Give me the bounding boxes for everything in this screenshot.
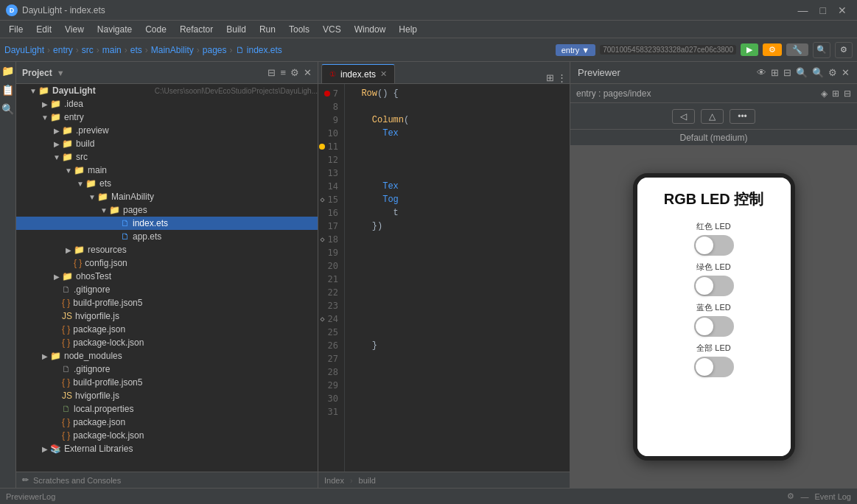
menu-edit[interactable]: Edit bbox=[30, 23, 57, 36]
activity-find[interactable]: 🔍 bbox=[1, 103, 15, 116]
breadcrumb-entry[interactable]: entry bbox=[53, 45, 73, 55]
menu-vcs[interactable]: VCS bbox=[317, 23, 347, 36]
tree-item-ets[interactable]: ▼ 📁 ets bbox=[16, 177, 318, 190]
previewer-log-label[interactable]: PreviewerLog bbox=[6, 492, 55, 501]
settings-gear-icon[interactable]: ⚙ bbox=[787, 491, 794, 501]
tree-item-hvigorfile2[interactable]: ▶ JS hvigorfile.js bbox=[16, 389, 318, 402]
search-toolbar-button[interactable]: 🔍 bbox=[813, 42, 830, 58]
prev-path-icon3[interactable]: ⊟ bbox=[844, 88, 851, 99]
device-back-btn[interactable]: ◁ bbox=[672, 109, 695, 124]
menu-tools[interactable]: Tools bbox=[283, 23, 315, 36]
tree-item-external-libs[interactable]: ▶ 📚 External Libraries bbox=[16, 442, 318, 455]
tree-item-main[interactable]: ▼ 📁 main bbox=[16, 164, 318, 177]
menu-file[interactable]: File bbox=[3, 23, 29, 36]
previewer-zoom-in-icon[interactable]: 🔍 bbox=[812, 67, 824, 78]
toggle-knob-green bbox=[696, 277, 713, 295]
tree-item-package-lock[interactable]: ▶ { } package-lock.json bbox=[16, 336, 318, 349]
tree-item-build-profile[interactable]: ▶ { } build-profile.json5 bbox=[16, 296, 318, 309]
breadcrumb-mainability[interactable]: MainAbility bbox=[151, 45, 194, 55]
led-toggle-blue[interactable] bbox=[694, 316, 734, 337]
tree-item-gitignore2[interactable]: ▶ 🗋 .gitignore bbox=[16, 363, 318, 376]
breadcrumb-src[interactable]: src bbox=[82, 45, 94, 55]
minimize-button[interactable]: — bbox=[794, 4, 813, 16]
sort-icon[interactable]: ≡ bbox=[280, 67, 286, 78]
minus-icon[interactable]: — bbox=[800, 492, 808, 501]
tree-item-src[interactable]: ▼ 📁 src bbox=[16, 150, 318, 164]
split-editor-icon[interactable]: ⊞ bbox=[546, 72, 554, 83]
activity-structure[interactable]: 📋 bbox=[1, 84, 15, 97]
previewer-layers-icon[interactable]: ⊞ bbox=[771, 67, 779, 78]
tree-item-hvigorfile[interactable]: ▶ JS hvigorfile.js bbox=[16, 309, 318, 323]
menu-code[interactable]: Code bbox=[139, 23, 172, 36]
editor-footer-build[interactable]: build bbox=[359, 476, 376, 485]
tree-item-pages[interactable]: ▼ 📁 pages bbox=[16, 203, 318, 217]
tree-item-preview[interactable]: ▶ 📁 .preview bbox=[16, 124, 318, 137]
breadcrumb-ets[interactable]: ets bbox=[130, 45, 142, 55]
prev-path-icon1[interactable]: ◈ bbox=[821, 88, 828, 99]
project-dropdown[interactable]: ▼ bbox=[57, 69, 65, 77]
previewer-grid-icon[interactable]: ⊟ bbox=[783, 67, 791, 78]
build-button[interactable]: 🔧 bbox=[786, 43, 808, 56]
collapse-all-icon[interactable]: ⊟ bbox=[267, 67, 276, 78]
led-toggle-green[interactable] bbox=[694, 276, 734, 296]
more-options-icon[interactable]: ⋮ bbox=[557, 72, 567, 83]
menu-build[interactable]: Build bbox=[220, 23, 252, 36]
led-toggle-red[interactable] bbox=[694, 235, 734, 256]
maximize-button[interactable]: □ bbox=[816, 4, 830, 16]
tree-item-index-ets[interactable]: ▶ 🗋 index.ets bbox=[16, 217, 318, 230]
debug-button[interactable]: ⚙ bbox=[763, 43, 782, 56]
previewer-settings-icon[interactable]: ⚙ bbox=[828, 67, 837, 78]
activity-project[interactable]: 📁 bbox=[1, 65, 15, 78]
settings-icon[interactable]: ⚙ bbox=[290, 67, 299, 78]
window-controls[interactable]: — □ ✕ bbox=[794, 4, 851, 16]
settings-toolbar-button[interactable]: ⚙ bbox=[835, 42, 853, 58]
editor-footer-index[interactable]: Index bbox=[324, 476, 344, 485]
led-toggle-all[interactable] bbox=[694, 357, 734, 377]
status-bar: PreviewerLog ⚙ — Event Log bbox=[0, 488, 857, 504]
tree-item-build-profile2[interactable]: ▶ { } build-profile.json5 bbox=[16, 376, 318, 389]
run-button[interactable]: ▶ bbox=[741, 43, 758, 56]
breadcrumb-pages[interactable]: pages bbox=[203, 45, 227, 55]
menu-run[interactable]: Run bbox=[253, 23, 281, 36]
tab-close-index[interactable]: ✕ bbox=[380, 69, 387, 79]
entry-dropdown[interactable]: entry ▼ bbox=[556, 44, 595, 56]
menu-window[interactable]: Window bbox=[349, 23, 392, 36]
led-row-blue: 蓝色 LED bbox=[646, 302, 782, 337]
tree-item-resources[interactable]: ▶ 📁 resources bbox=[16, 243, 318, 256]
menu-help[interactable]: Help bbox=[393, 23, 423, 36]
file-tree: ▼ 📁 DayuLight C:\Users\soonl\DevEcoStudi… bbox=[16, 84, 318, 472]
breadcrumb-index[interactable]: 🗋 index.ets bbox=[236, 45, 282, 55]
tree-item-mainability[interactable]: ▼ 📁 MainAbility bbox=[16, 190, 318, 203]
breadcrumb-main[interactable]: main bbox=[102, 45, 122, 55]
previewer-eye-icon[interactable]: 👁 bbox=[757, 67, 766, 78]
menu-view[interactable]: View bbox=[59, 23, 90, 36]
previewer-zoom-out-icon[interactable]: 🔍 bbox=[796, 67, 808, 78]
tree-item-root[interactable]: ▼ 📁 DayuLight C:\Users\soonl\DevEcoStudi… bbox=[16, 84, 318, 97]
device-home-btn[interactable]: △ bbox=[701, 109, 724, 124]
device-more-btn[interactable]: ••• bbox=[730, 109, 755, 124]
tab-index-ets[interactable]: ① index.ets ✕ bbox=[321, 64, 395, 83]
code-content[interactable]: Row() { Column( Tex Tex Tog t }) bbox=[345, 84, 570, 472]
tree-item-local-properties[interactable]: ▶ 🗋 local.properties bbox=[16, 402, 318, 416]
tree-item-build[interactable]: ▶ 📁 build bbox=[16, 137, 318, 150]
menu-navigate[interactable]: Navigate bbox=[91, 23, 138, 36]
tree-item-node-modules[interactable]: ▶ 📁 node_modules bbox=[16, 349, 318, 363]
menu-refactor[interactable]: Refactor bbox=[174, 23, 219, 36]
tree-item-package-lock2[interactable]: ▶ { } package-lock.json bbox=[16, 429, 318, 442]
close-sidebar-icon[interactable]: ✕ bbox=[304, 67, 312, 78]
tree-item-package-json2[interactable]: ▶ { } package.json bbox=[16, 416, 318, 429]
tree-item-idea[interactable]: ▶ 📁 .idea bbox=[16, 97, 318, 111]
tree-item-entry[interactable]: ▼ 📁 entry bbox=[16, 111, 318, 124]
previewer-close-icon[interactable]: ✕ bbox=[842, 67, 850, 78]
tree-item-package-json[interactable]: ▶ { } package.json bbox=[16, 323, 318, 336]
scratches-consoles[interactable]: ✏ Scratches and Consoles bbox=[16, 472, 318, 488]
tree-item-ohostest[interactable]: ▶ 📁 ohosTest bbox=[16, 270, 318, 283]
line-26: 26 bbox=[318, 339, 344, 352]
event-log-label[interactable]: Event Log bbox=[814, 492, 851, 501]
close-button[interactable]: ✕ bbox=[833, 4, 851, 16]
tree-item-gitignore1[interactable]: ▶ 🗋 .gitignore bbox=[16, 283, 318, 296]
prev-path-icon2[interactable]: ⊞ bbox=[832, 88, 839, 99]
tree-item-app-ets[interactable]: ▶ 🗋 app.ets bbox=[16, 230, 318, 243]
breadcrumb-dayulight[interactable]: DayuLight bbox=[4, 45, 44, 55]
tree-item-config-json[interactable]: ▶ { } config.json bbox=[16, 256, 318, 270]
